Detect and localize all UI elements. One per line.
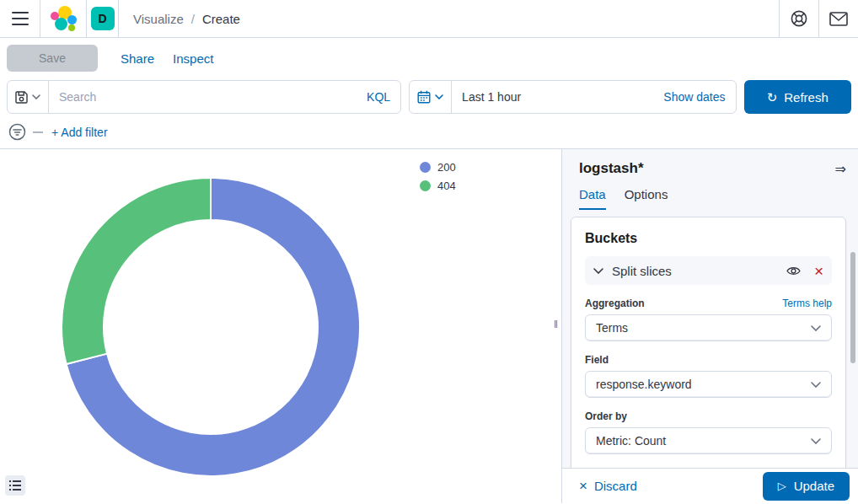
chevron-down-icon <box>811 382 821 388</box>
legend-item-404[interactable]: 404 <box>420 180 456 192</box>
chevron-down-icon <box>32 94 40 99</box>
field-label: Field <box>585 354 609 366</box>
refresh-button[interactable]: ↻ Refresh <box>744 80 851 114</box>
main-menu-button[interactable] <box>0 0 40 37</box>
terms-help-link[interactable]: Terms help <box>782 298 832 309</box>
breadcrumb: Visualize / Create <box>133 0 240 37</box>
chevron-down-icon <box>811 325 821 331</box>
help-lifebuoy-icon <box>790 9 808 28</box>
elastic-home-button[interactable] <box>40 0 87 37</box>
sidebar-header: logstash* ⇒ <box>562 149 858 177</box>
floppy-save-icon <box>15 91 28 104</box>
discard-button[interactable]: × Discard <box>579 479 637 493</box>
legend-color-dot <box>420 180 431 191</box>
field-field-group: Field response.keyword <box>585 354 832 398</box>
order-by-field-group: Order by Metric: Count <box>585 410 832 454</box>
share-button[interactable]: Share <box>121 51 154 66</box>
field-value: response.keyword <box>596 378 692 391</box>
aggregation-value: Terms <box>596 321 628 335</box>
tab-options[interactable]: Options <box>625 187 668 210</box>
add-filter-button[interactable]: + Add filter <box>51 126 108 139</box>
envelope-icon <box>829 12 848 26</box>
resize-handle-icon: ‖ <box>554 319 558 330</box>
refresh-icon: ↻ <box>767 91 778 104</box>
filter-drop-target <box>33 131 43 133</box>
buckets-panel: Buckets Split slices × Aggre <box>571 217 846 468</box>
filter-bar: + Add filter <box>0 115 858 149</box>
date-quick-select-button[interactable] <box>410 81 452 113</box>
legend-toggle-button[interactable] <box>5 475 25 496</box>
main-content: 200 404 ‖ logstash* ⇒ <box>0 149 858 503</box>
list-icon <box>9 480 21 491</box>
filter-options-icon[interactable] <box>8 123 26 141</box>
panel-resizer[interactable]: ‖ <box>553 149 561 503</box>
aggregation-label: Aggregation <box>585 298 645 309</box>
breadcrumb-create: Create <box>202 12 240 26</box>
space-selector-button[interactable]: D <box>87 0 119 37</box>
breadcrumb-visualize[interactable]: Visualize <box>133 12 184 26</box>
buckets-title: Buckets <box>585 231 832 246</box>
legend-label: 404 <box>437 180 456 192</box>
time-range-value[interactable]: Last 1 hour <box>452 90 663 104</box>
collapse-panel-icon[interactable]: ⇒ <box>835 161 846 177</box>
breadcrumb-separator: / <box>191 12 195 26</box>
order-by-select[interactable]: Metric: Count <box>585 427 832 454</box>
order-by-label: Order by <box>585 410 627 422</box>
chevron-down-icon <box>435 94 443 99</box>
scrollbar-thumb[interactable] <box>850 252 855 363</box>
space-avatar: D <box>91 7 115 30</box>
editor-scroll-region: Buckets Split slices × Aggre <box>562 210 858 468</box>
editor-footer: × Discard ▷ Update <box>562 468 858 503</box>
visualization-canvas: 200 404 <box>0 149 553 503</box>
toggle-visibility-button[interactable] <box>786 265 801 276</box>
discard-label: Discard <box>594 479 637 493</box>
elastic-logo <box>51 6 76 31</box>
kibana-visualize-app: D Visualize / Create Save Share Inspect <box>0 0 858 504</box>
newsfeed-button[interactable] <box>818 0 858 37</box>
global-header: D Visualize / Create <box>0 0 858 38</box>
saved-query-menu-button[interactable] <box>7 80 49 114</box>
search-box: KQL <box>48 80 401 114</box>
header-spacer <box>240 0 779 37</box>
play-icon: ▷ <box>778 480 786 492</box>
help-menu-button[interactable] <box>779 0 818 37</box>
top-nav-menu: Save Share Inspect <box>0 38 858 78</box>
visualization-editor-panel: logstash* ⇒ Data Options Buckets Split s… <box>561 149 858 503</box>
order-by-value: Metric: Count <box>596 434 666 448</box>
update-button[interactable]: ▷ Update <box>763 472 850 501</box>
eye-icon <box>786 265 801 276</box>
chevron-down-icon <box>811 438 821 444</box>
cross-icon: × <box>579 479 587 493</box>
update-label: Update <box>794 479 834 493</box>
split-slices-label: Split slices <box>612 264 778 278</box>
tab-data[interactable]: Data <box>579 187 606 210</box>
chart-legend: 200 404 <box>420 161 456 192</box>
aggregation-select[interactable]: Terms <box>585 314 832 341</box>
remove-bucket-button[interactable]: × <box>814 263 823 279</box>
query-bar: KQL Last 1 hour Show dates ↻ Refresh <box>0 78 858 115</box>
save-button[interactable]: Save <box>7 45 98 72</box>
search-input[interactable] <box>49 81 367 113</box>
hamburger-icon <box>12 12 29 25</box>
legend-item-200[interactable]: 200 <box>420 161 456 174</box>
field-select[interactable]: response.keyword <box>585 371 832 398</box>
index-pattern-title: logstash* <box>579 160 644 177</box>
date-picker: Last 1 hour Show dates <box>409 80 736 114</box>
editor-tabs: Data Options <box>562 177 858 210</box>
chevron-down-icon <box>593 268 603 274</box>
show-dates-button[interactable]: Show dates <box>663 90 735 104</box>
donut-chart[interactable] <box>0 149 553 503</box>
legend-color-dot <box>420 162 431 173</box>
donut-slice-404[interactable] <box>62 178 211 364</box>
split-slices-accordion[interactable]: Split slices × <box>585 256 832 285</box>
query-language-button[interactable]: KQL <box>367 90 400 104</box>
search-group: KQL <box>7 80 401 114</box>
calendar-icon <box>417 90 431 104</box>
aggregation-field-group: Aggregation Terms help Terms <box>585 298 832 341</box>
legend-label: 200 <box>437 161 456 174</box>
refresh-label: Refresh <box>784 90 829 105</box>
inspect-button[interactable]: Inspect <box>173 51 213 66</box>
